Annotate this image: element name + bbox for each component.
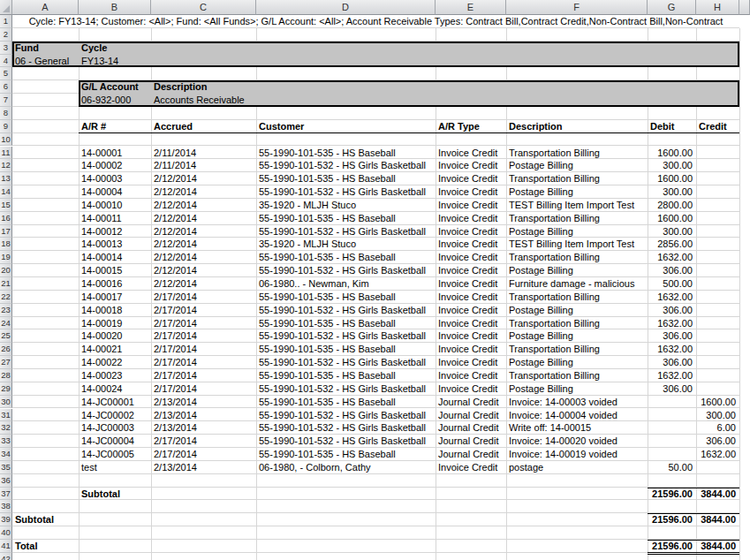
cell-type-row21[interactable]: Invoice Credit [436, 277, 506, 291]
cell-credit-row27[interactable] [696, 356, 739, 369]
row-header-22[interactable]: 22 [0, 291, 12, 304]
cell-accrued-row16[interactable]: 2/12/2014 [151, 212, 256, 225]
cell-accrued-row31[interactable]: 2/13/2014 [151, 409, 256, 422]
cell-accrued-row15[interactable]: 2/12/2014 [151, 199, 256, 212]
cell-type-row27[interactable]: Invoice Credit [436, 356, 506, 369]
cell-desc-row20[interactable]: Postage Billing [506, 264, 648, 277]
cell-debit-row33[interactable] [648, 435, 696, 448]
fund-subtotal-debit-cell[interactable]: 21596.00 [648, 513, 696, 526]
header-accrued[interactable]: Accrued [151, 120, 256, 133]
row-header-8[interactable]: 8 [0, 107, 12, 120]
column-header-partial[interactable] [739, 0, 750, 15]
row-header-19[interactable]: 19 [0, 251, 12, 264]
cell-accrued-row21[interactable]: 2/12/2014 [151, 277, 256, 291]
cell-ar-row14[interactable]: 14-00004 [79, 185, 151, 199]
cell-debit-row24[interactable]: 1632.00 [648, 317, 696, 330]
cell-accrued-row29[interactable]: 2/17/2014 [151, 382, 256, 396]
cell-type-row22[interactable]: Invoice Credit [436, 291, 506, 304]
cell-credit-row34[interactable]: 1632.00 [696, 448, 739, 461]
cell-accrued-row23[interactable]: 2/17/2014 [151, 304, 256, 317]
cell-customer-row13[interactable]: 55-1990-101-535 - HS Baseball [256, 172, 436, 185]
cell-ar-row15[interactable]: 14-00010 [79, 199, 151, 212]
cell-ar-row11[interactable]: 14-00001 [79, 147, 151, 160]
cell-accrued-row18[interactable]: 2/12/2014 [151, 238, 256, 251]
cell-accrued-row32[interactable]: 2/13/2014 [151, 421, 256, 435]
cell-accrued-row13[interactable]: 2/12/2014 [151, 172, 256, 185]
row-header-38[interactable]: 38 [0, 500, 12, 513]
cell-type-row18[interactable]: Invoice Credit [436, 238, 506, 251]
cell-ar-row25[interactable]: 14-00020 [79, 329, 151, 343]
cell-accrued-row30[interactable]: 2/13/2014 [151, 396, 256, 409]
cell-ar-row24[interactable]: 14-00019 [79, 317, 151, 330]
cell-customer-row23[interactable]: 55-1990-101-532 - HS Girls Basketball [256, 304, 436, 317]
cell-credit-row22[interactable] [696, 291, 739, 304]
row-header-18[interactable]: 18 [0, 238, 12, 251]
cell-desc-row30[interactable]: Invoice: 14-00003 voided [506, 396, 648, 409]
cell-ar-row23[interactable]: 14-00018 [79, 304, 151, 317]
cell-customer-row14[interactable]: 55-1990-101-532 - HS Girls Basketball [256, 185, 436, 199]
cell-credit-row30[interactable]: 1600.00 [696, 396, 739, 409]
cell-type-row28[interactable]: Invoice Credit [436, 369, 506, 382]
row-header-36[interactable]: 36 [0, 474, 12, 488]
cell-accrued-row24[interactable]: 2/17/2014 [151, 317, 256, 330]
cell-ar-row12[interactable]: 14-00002 [79, 159, 151, 172]
cell-debit-row11[interactable]: 1600.00 [648, 147, 696, 160]
row-header-20[interactable]: 20 [0, 264, 12, 277]
row-header-2[interactable]: 2 [0, 28, 12, 42]
cell-debit-row19[interactable]: 1632.00 [648, 251, 696, 264]
cell-desc-row32[interactable]: Write off: 14-00015 [506, 421, 648, 435]
cell-customer-row22[interactable]: 55-1990-101-535 - HS Baseball [256, 291, 436, 304]
cell-desc-row22[interactable]: Transportation Billing [506, 291, 648, 304]
cell-accrued-row35[interactable]: 2/13/2014 [151, 461, 256, 474]
cell-accrued-row25[interactable]: 2/17/2014 [151, 329, 256, 343]
fund-value-cell[interactable]: 06 - General [12, 55, 79, 68]
row-header-33[interactable]: 33 [0, 435, 12, 448]
cell-credit-row17[interactable] [696, 225, 739, 238]
cell-desc-row16[interactable]: Transportation Billing [506, 212, 648, 225]
cell-debit-row17[interactable]: 300.00 [648, 225, 696, 238]
column-header-C[interactable]: C [151, 0, 256, 15]
cell-credit-row26[interactable] [696, 343, 739, 356]
cell-desc-row12[interactable]: Postage Billing [506, 159, 648, 172]
cell-customer-row17[interactable]: 55-1990-101-532 - HS Girls Basketball [256, 225, 436, 238]
cell-desc-row19[interactable]: Transportation Billing [506, 251, 648, 264]
cell-desc-row11[interactable]: Transportation Billing [506, 147, 648, 160]
cell-customer-row21[interactable]: 06-1980.. - Newman, Kim [256, 277, 436, 291]
row-header-13[interactable]: 13 [0, 172, 12, 185]
cell-credit-row18[interactable] [696, 238, 739, 251]
cell-debit-row26[interactable]: 1632.00 [648, 343, 696, 356]
cell-debit-row34[interactable] [648, 448, 696, 461]
cell-type-row15[interactable]: Invoice Credit [436, 199, 506, 212]
row-header-15[interactable]: 15 [0, 199, 12, 212]
fund-label-cell[interactable]: Fund [12, 42, 79, 55]
cell-debit-row25[interactable]: 306.00 [648, 329, 696, 343]
cell-desc-row13[interactable]: Transportation Billing [506, 172, 648, 185]
row-header-40[interactable]: 40 [0, 526, 12, 540]
cell-type-row12[interactable]: Invoice Credit [436, 159, 506, 172]
cell-customer-row28[interactable]: 55-1990-101-535 - HS Baseball [256, 369, 436, 382]
grand-total-debit-cell[interactable]: 21596.00 [648, 540, 696, 553]
cell-type-row31[interactable]: Journal Credit [436, 409, 506, 422]
cell-credit-row16[interactable] [696, 212, 739, 225]
cell-desc-row26[interactable]: Transportation Billing [506, 343, 648, 356]
cell-desc-row14[interactable]: Postage Billing [506, 185, 648, 199]
cell-desc-row18[interactable]: TEST Billing Item Import Test [506, 238, 648, 251]
cell-accrued-row19[interactable]: 2/12/2014 [151, 251, 256, 264]
cell-desc-row33[interactable]: Invoice: 14-00020 voided [506, 435, 648, 448]
cell-desc-row24[interactable]: Transportation Billing [506, 317, 648, 330]
cell-debit-row20[interactable]: 306.00 [648, 264, 696, 277]
gl-subtotal-credit-cell[interactable]: 3844.00 [696, 488, 739, 501]
row-header-28[interactable]: 28 [0, 369, 12, 382]
cell-customer-row24[interactable]: 55-1990-101-535 - HS Baseball [256, 317, 436, 330]
row-header-34[interactable]: 34 [0, 448, 12, 461]
cell-debit-row29[interactable]: 306.00 [648, 382, 696, 396]
cell-accrued-row26[interactable]: 2/17/2014 [151, 343, 256, 356]
cell-credit-row19[interactable] [696, 251, 739, 264]
cell-accrued-row14[interactable]: 2/12/2014 [151, 185, 256, 199]
fund-subtotal-label-cell[interactable]: Subtotal [12, 513, 79, 526]
fund-subtotal-credit-cell[interactable]: 3844.00 [696, 513, 739, 526]
cell-type-row23[interactable]: Invoice Credit [436, 304, 506, 317]
cell-type-row26[interactable]: Invoice Credit [436, 343, 506, 356]
cell-desc-row21[interactable]: Furniture damage - malicious [506, 277, 648, 291]
row-header-24[interactable]: 24 [0, 317, 12, 330]
